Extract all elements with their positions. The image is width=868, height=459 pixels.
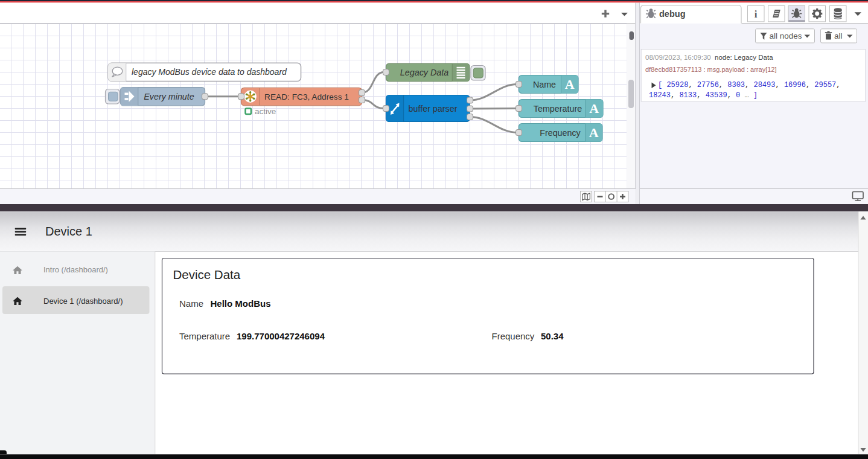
svg-text:Temperature: Temperature xyxy=(179,331,230,341)
svg-text:buffer parser: buffer parser xyxy=(409,104,458,114)
svg-text:Intro (/dashboard/): Intro (/dashboard/) xyxy=(43,265,108,274)
svg-text:df8ecbd817357113 : msg.payload: df8ecbd817357113 : msg.payload : array[1… xyxy=(645,66,777,73)
svg-text:Name: Name xyxy=(533,80,556,89)
svg-text:199.77000427246094: 199.77000427246094 xyxy=(237,331,325,341)
svg-text:Hello ModBus: Hello ModBus xyxy=(211,298,271,309)
svg-text:node: Legacy Data: node: Legacy Data xyxy=(715,54,773,61)
svg-text:Device 1: Device 1 xyxy=(45,225,92,238)
svg-text:READ: FC3, Address 1: READ: FC3, Address 1 xyxy=(264,92,349,101)
svg-text:50.34: 50.34 xyxy=(541,331,564,341)
svg-text:08/09/2023, 16:09:30: 08/09/2023, 16:09:30 xyxy=(645,54,711,61)
svg-text:Frequency: Frequency xyxy=(540,128,581,138)
svg-text:A: A xyxy=(589,125,599,140)
svg-text:A: A xyxy=(589,101,599,116)
svg-text:legacy ModBus device data to d: legacy ModBus device data to dashboard xyxy=(132,67,287,77)
svg-text:Legacy Data: Legacy Data xyxy=(400,68,448,77)
svg-text:Device Data: Device Data xyxy=(173,268,241,281)
svg-text:Name: Name xyxy=(179,298,203,309)
svg-text:all: all xyxy=(834,31,843,40)
svg-text:debug: debug xyxy=(659,9,686,19)
svg-text:18243, 8133, 43539, 0 … ]: 18243, 8133, 43539, 0 … ] xyxy=(649,91,758,100)
svg-text:Temperature: Temperature xyxy=(534,104,582,114)
svg-text:Every minute: Every minute xyxy=(144,92,194,101)
svg-text:[ 25928, 27756, 8303, 28493, 1: [ 25928, 27756, 8303, 28493, 16996, 2955… xyxy=(658,81,841,89)
svg-text:all nodes: all nodes xyxy=(770,31,802,40)
svg-text:Frequency: Frequency xyxy=(492,331,535,341)
svg-text:i: i xyxy=(755,8,758,20)
svg-text:A: A xyxy=(565,77,575,92)
svg-text:active: active xyxy=(255,107,276,116)
svg-text:Device 1 (/dashboard/): Device 1 (/dashboard/) xyxy=(43,297,123,306)
